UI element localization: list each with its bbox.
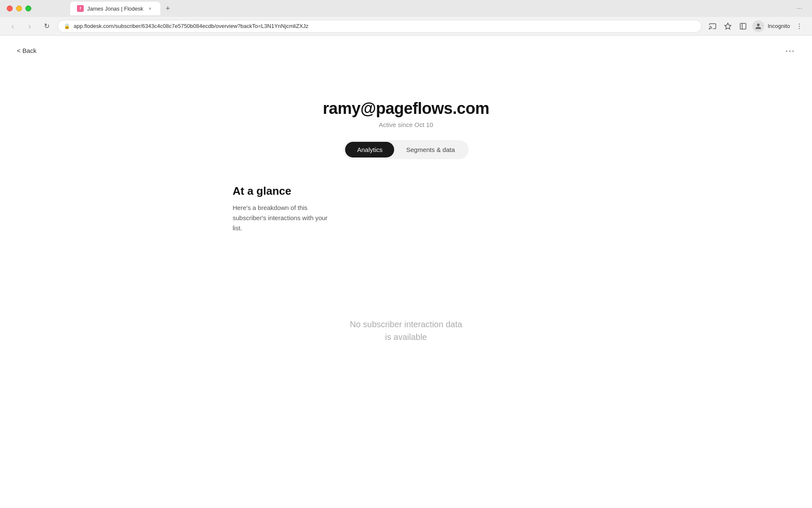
- browser-chrome: f James Jonas | Flodesk × + ⋯ ‹ › ↻ 🔒 ap…: [0, 0, 812, 36]
- cast-icon[interactable]: [707, 20, 719, 32]
- browser-titlebar: f James Jonas | Flodesk × + ⋯: [0, 0, 812, 17]
- traffic-lights: [7, 6, 31, 11]
- browser-toolbar: ‹ › ↻ 🔒 app.flodesk.com/subscriber/6343c…: [0, 17, 812, 36]
- minimize-window-button[interactable]: [16, 6, 22, 11]
- window-controls-icon: ⋯: [793, 3, 805, 14]
- back-button[interactable]: ‹: [7, 20, 19, 32]
- active-tab[interactable]: f James Jonas | Flodesk ×: [70, 2, 160, 15]
- page-header: < Back ···: [0, 36, 812, 66]
- tab-bar: f James Jonas | Flodesk × +: [36, 2, 208, 15]
- svg-point-0: [709, 28, 710, 29]
- incognito-label: Incognito: [768, 23, 790, 29]
- empty-state-line1: No subscriber interaction data: [350, 320, 462, 329]
- more-options-button[interactable]: ···: [785, 46, 795, 55]
- section-title: At a glance: [233, 185, 579, 198]
- svg-point-6: [799, 28, 800, 29]
- toolbar-actions: Incognito: [707, 20, 805, 32]
- tab-close-button[interactable]: ×: [147, 5, 154, 12]
- address-bar-url: app.flodesk.com/subscriber/6343c4c08c7e5…: [74, 23, 695, 29]
- back-link[interactable]: < Back: [17, 47, 36, 54]
- tabs-container: Analytics Segments & data: [343, 140, 468, 159]
- svg-marker-1: [725, 23, 731, 29]
- at-a-glance-section: At a glance Here's a breakdown of this s…: [216, 185, 596, 233]
- subscriber-status: Active since Oct 10: [379, 121, 433, 128]
- empty-state-text: No subscriber interaction data is availa…: [350, 318, 462, 343]
- section-description: Here's a breakdown of this subscriber's …: [233, 203, 334, 233]
- tab-title: James Jonas | Flodesk: [87, 6, 143, 12]
- svg-point-5: [799, 25, 800, 26]
- address-bar[interactable]: 🔒 app.flodesk.com/subscriber/6343c4c08c7…: [58, 20, 702, 33]
- svg-point-4: [799, 23, 800, 24]
- profile-avatar[interactable]: [752, 20, 764, 32]
- lock-icon: 🔒: [64, 23, 70, 29]
- tab-favicon: f: [77, 5, 84, 12]
- new-tab-button[interactable]: +: [162, 3, 174, 14]
- tab-segments-data[interactable]: Segments & data: [394, 142, 466, 157]
- refresh-button[interactable]: ↻: [41, 20, 52, 32]
- forward-button[interactable]: ›: [24, 20, 36, 32]
- maximize-window-button[interactable]: [25, 6, 31, 11]
- sidebar-icon[interactable]: [737, 20, 749, 32]
- tab-analytics[interactable]: Analytics: [345, 142, 394, 157]
- star-icon[interactable]: [722, 20, 734, 32]
- close-window-button[interactable]: [7, 6, 13, 11]
- page-content: < Back ··· ramy@pageflows.com Active sin…: [0, 36, 812, 508]
- subscriber-email: ramy@pageflows.com: [323, 99, 489, 118]
- subscriber-hero: ramy@pageflows.com Active since Oct 10 A…: [0, 99, 812, 159]
- empty-state: No subscriber interaction data is availa…: [0, 318, 812, 343]
- svg-rect-2: [740, 23, 746, 29]
- menu-button[interactable]: [793, 20, 805, 32]
- empty-state-line2: is available: [385, 332, 427, 342]
